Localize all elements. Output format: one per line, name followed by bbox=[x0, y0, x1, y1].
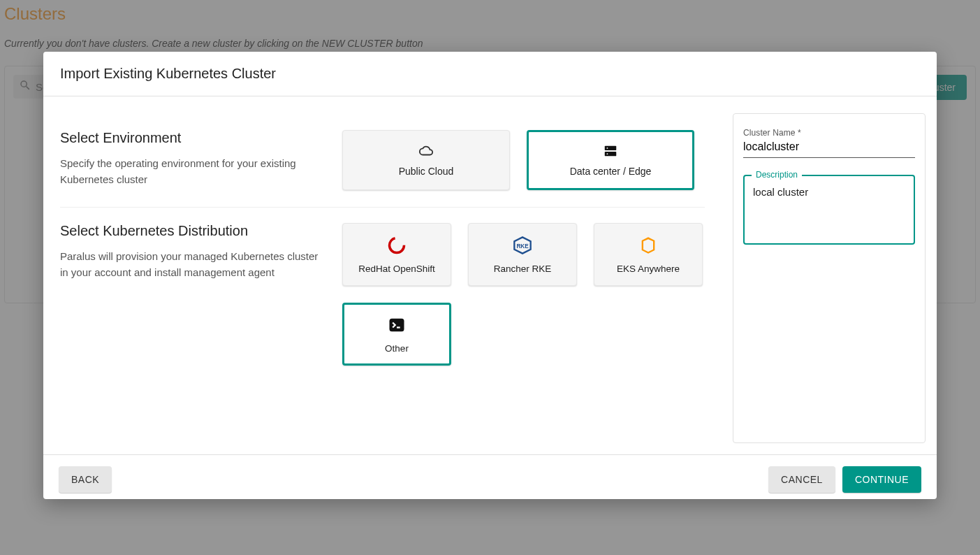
cluster-name-input[interactable] bbox=[743, 139, 915, 158]
env-option-data-center[interactable]: Data center / Edge bbox=[527, 130, 694, 190]
dialog-title: Import Existing Kubernetes Cluster bbox=[60, 66, 920, 82]
openshift-icon bbox=[387, 236, 407, 255]
import-cluster-dialog: Import Existing Kubernetes Cluster Selec… bbox=[43, 52, 937, 499]
description-textarea[interactable] bbox=[753, 186, 905, 232]
cancel-button[interactable]: Cancel bbox=[768, 466, 835, 493]
env-option-label: Public Cloud bbox=[399, 166, 454, 177]
cluster-name-label: Cluster Name * bbox=[743, 128, 915, 138]
server-icon bbox=[601, 143, 620, 159]
svg-rect-7 bbox=[390, 318, 404, 331]
distro-option-rancher[interactable]: RKE Rancher RKE bbox=[468, 223, 577, 286]
dialog-header: Import Existing Kubernetes Cluster bbox=[43, 52, 937, 96]
environment-heading: Select Environment bbox=[60, 130, 326, 146]
environment-description: Specify the operating environment for yo… bbox=[60, 156, 326, 187]
svg-point-3 bbox=[607, 153, 608, 154]
svg-point-4 bbox=[390, 238, 404, 252]
distribution-description: Paralus will provision your managed Kube… bbox=[60, 249, 326, 280]
distribution-heading: Select Kubernetes Distribution bbox=[60, 223, 326, 239]
environment-section: Select Environment Specify the operating… bbox=[60, 113, 705, 207]
env-option-label: Data center / Edge bbox=[570, 166, 652, 177]
dialog-footer: Back Cancel Continue bbox=[43, 454, 937, 499]
continue-button[interactable]: Continue bbox=[842, 466, 921, 493]
distro-option-other[interactable]: Other bbox=[342, 303, 451, 366]
svg-rect-1 bbox=[605, 152, 617, 156]
distribution-section: Select Kubernetes Distribution Paralus w… bbox=[60, 208, 705, 382]
env-option-public-cloud[interactable]: Public Cloud bbox=[342, 130, 510, 190]
cluster-form: Cluster Name * Description bbox=[733, 113, 926, 443]
distro-option-label: Rancher RKE bbox=[494, 264, 552, 274]
distro-option-label: Other bbox=[385, 343, 409, 354]
distro-option-label: RedHat OpenShift bbox=[358, 264, 435, 274]
svg-text:RKE: RKE bbox=[516, 243, 529, 249]
distro-option-openshift[interactable]: RedHat OpenShift bbox=[342, 223, 451, 286]
cloud-icon bbox=[417, 143, 435, 159]
terminal-icon bbox=[387, 315, 407, 335]
back-button[interactable]: Back bbox=[59, 466, 112, 493]
description-label: Description bbox=[752, 170, 802, 180]
eks-icon bbox=[638, 236, 658, 255]
cluster-name-field-wrap: Cluster Name * bbox=[743, 128, 915, 158]
svg-point-2 bbox=[607, 147, 608, 149]
rancher-icon: RKE bbox=[513, 236, 532, 255]
description-field-wrap: Description bbox=[743, 175, 915, 245]
svg-rect-0 bbox=[605, 146, 617, 150]
distro-option-eks[interactable]: EKS Anywhere bbox=[594, 223, 703, 286]
distro-option-label: EKS Anywhere bbox=[617, 264, 680, 274]
